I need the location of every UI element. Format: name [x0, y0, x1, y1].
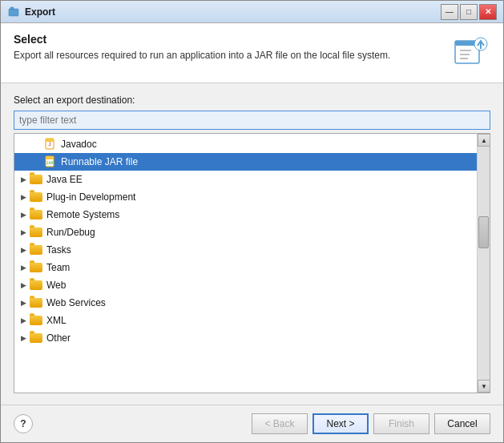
team-folder-icon — [29, 261, 43, 274]
web-services-folder-icon — [29, 296, 43, 309]
expand-plugin-dev[interactable]: ▶ — [18, 191, 29, 203]
back-button[interactable]: < Back — [252, 413, 308, 434]
tree-item-other[interactable]: ▶ Other — [14, 329, 477, 347]
tree-item-runnable-jar[interactable]: JAR Runnable JAR file — [14, 153, 477, 171]
expand-run-debug[interactable]: ▶ — [18, 227, 29, 238]
title-bar: Export — □ ✕ — [1, 1, 503, 23]
tasks-folder-icon — [29, 244, 43, 256]
cancel-button[interactable]: Cancel — [434, 413, 490, 434]
run-debug-label: Run/Debug — [46, 227, 95, 238]
scrollbar-thumb-area — [478, 147, 490, 380]
svg-text:J: J — [48, 141, 51, 147]
finish-button[interactable]: Finish — [373, 413, 429, 434]
minimize-button[interactable]: — — [441, 4, 458, 20]
tree-list[interactable]: J Javadoc JAR — [14, 134, 477, 393]
jar-icon: JAR — [43, 155, 58, 168]
expand-remote-systems[interactable]: ▶ — [18, 209, 29, 220]
svg-rect-13 — [46, 156, 54, 159]
dialog-description: Export all resources required to run an … — [14, 49, 390, 62]
expand-team[interactable]: ▶ — [18, 262, 29, 273]
tasks-label: Tasks — [46, 244, 71, 256]
scroll-up-button[interactable]: ▲ — [478, 134, 490, 147]
tree-container: J Javadoc JAR — [14, 133, 490, 393]
header-icon — [452, 33, 490, 71]
tree-item-tasks[interactable]: ▶ Tasks — [14, 241, 477, 259]
footer-left: ? — [14, 414, 33, 433]
close-button[interactable]: ✕ — [479, 4, 497, 20]
expand-xml[interactable]: ▶ — [18, 315, 29, 326]
window-icon — [7, 6, 20, 18]
tree-item-team[interactable]: ▶ Team — [14, 259, 477, 276]
run-debug-folder-icon — [29, 226, 43, 239]
expand-tasks[interactable]: ▶ — [18, 244, 29, 256]
expand-java-ee[interactable]: ▶ — [18, 174, 29, 185]
expand-other[interactable]: ▶ — [18, 332, 29, 344]
runnable-jar-label: Runnable JAR file — [61, 156, 138, 167]
tree-item-xml[interactable]: ▶ XML — [14, 312, 477, 329]
svg-text:JAR: JAR — [46, 160, 54, 165]
content-area: Select Export all resources required to … — [1, 23, 503, 442]
window-title: Export — [25, 6, 441, 18]
plugin-dev-folder-icon — [29, 191, 43, 203]
tree-item-remote-systems[interactable]: ▶ Remote Systems — [14, 206, 477, 224]
team-label: Team — [46, 262, 70, 273]
help-button[interactable]: ? — [14, 414, 33, 433]
footer-section: ? < Back Next > Finish Cancel — [1, 405, 503, 442]
web-folder-icon — [29, 279, 43, 292]
other-folder-icon — [29, 332, 43, 344]
footer-buttons: < Back Next > Finish Cancel — [252, 413, 490, 434]
javadoc-icon: J — [43, 138, 58, 151]
xml-folder-icon — [29, 314, 43, 327]
scrollbar-thumb[interactable] — [478, 216, 489, 248]
header-text: Select Export all resources required to … — [14, 33, 390, 62]
tree-item-java-ee[interactable]: ▶ Java EE — [14, 171, 477, 188]
expand-web-services[interactable]: ▶ — [18, 297, 29, 308]
xml-label: XML — [46, 315, 67, 326]
svg-rect-0 — [9, 9, 18, 16]
other-label: Other — [46, 332, 71, 344]
java-ee-label: Java EE — [46, 174, 83, 185]
tree-item-web[interactable]: ▶ Web — [14, 276, 477, 294]
tree-item-javadoc[interactable]: J Javadoc — [14, 135, 477, 153]
remote-systems-label: Remote Systems — [46, 209, 119, 220]
javadoc-label: Javadoc — [61, 139, 97, 150]
expand-web[interactable]: ▶ — [18, 280, 29, 291]
remote-systems-folder-icon — [29, 208, 43, 221]
web-label: Web — [46, 280, 66, 291]
java-ee-folder-icon — [29, 173, 43, 186]
tree-item-plugin-dev[interactable]: ▶ Plug-in Development — [14, 188, 477, 206]
next-button[interactable]: Next > — [312, 413, 369, 434]
tree-item-web-services[interactable]: ▶ Web Services — [14, 294, 477, 312]
scroll-down-button[interactable]: ▼ — [478, 380, 490, 393]
plugin-dev-label: Plug-in Development — [46, 191, 135, 203]
tree-item-run-debug[interactable]: ▶ Run/Debug — [14, 224, 477, 241]
header-section: Select Export all resources required to … — [1, 23, 503, 83]
main-section: Select an export destination: J — [1, 83, 503, 405]
section-label: Select an export destination: — [14, 95, 490, 106]
export-dialog: Export — □ ✕ Select Export all resources… — [0, 0, 504, 443]
window-controls: — □ ✕ — [441, 4, 497, 20]
dialog-title: Select — [14, 33, 390, 46]
scrollbar[interactable]: ▲ ▼ — [477, 134, 490, 393]
svg-rect-1 — [10, 7, 14, 10]
maximize-button[interactable]: □ — [460, 4, 478, 20]
filter-input[interactable] — [14, 111, 490, 130]
web-services-label: Web Services — [46, 297, 106, 308]
